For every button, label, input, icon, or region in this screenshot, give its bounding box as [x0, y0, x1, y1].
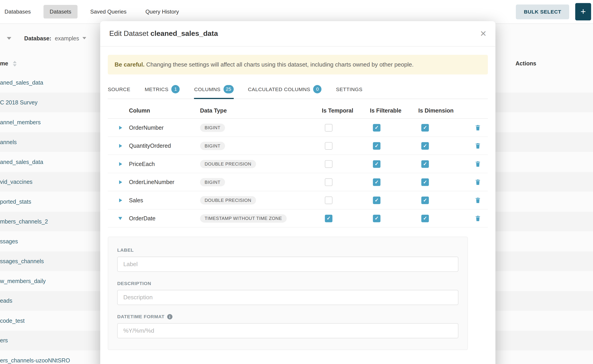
column-name: OrderDate — [129, 215, 200, 221]
label-input[interactable] — [117, 257, 459, 272]
data-type-header: Data Type — [200, 108, 322, 114]
data-type-pill: BIGINT — [200, 142, 225, 150]
tab-columns[interactable]: COLUMNS25 — [194, 80, 234, 99]
database-filter-value[interactable]: examples — [55, 35, 79, 41]
dataset-link[interactable]: ssages_channels — [0, 258, 44, 264]
tab-settings[interactable]: SETTINGS — [336, 80, 362, 99]
is-filterable-checkbox[interactable]: ✓ — [373, 142, 381, 150]
is-dimension-checkbox[interactable]: ✓ — [421, 160, 429, 168]
expand-caret-icon[interactable] — [119, 180, 122, 184]
is-temporal-checkbox[interactable] — [325, 124, 333, 132]
is-filterable-checkbox[interactable]: ✓ — [373, 160, 381, 168]
column-row: PriceEachDOUBLE PRECISION✓✓ — [108, 155, 488, 173]
label-field: LABEL — [117, 248, 459, 272]
info-icon[interactable]: i — [167, 314, 172, 319]
is-filterable-checkbox[interactable]: ✓ — [373, 196, 381, 204]
data-type-pill: DOUBLE PRECISION — [200, 160, 256, 168]
label-field-label: LABEL — [117, 248, 459, 253]
is-dimension-checkbox[interactable]: ✓ — [421, 215, 429, 222]
datetime-format-field: DATETIME FORMAT i — [117, 314, 459, 338]
label-field-label-text: LABEL — [117, 248, 134, 253]
tab-calculated-columns[interactable]: CALCULATED COLUMNS0 — [248, 80, 322, 99]
expand-caret-icon[interactable] — [119, 126, 122, 130]
actions-column-header: Actions — [515, 60, 536, 66]
delete-column-icon[interactable] — [474, 161, 481, 167]
tab-label: SETTINGS — [336, 87, 362, 92]
chevron-down-icon[interactable] — [82, 37, 86, 39]
chevron-down-icon[interactable] — [7, 37, 11, 40]
tab-count-badge: 1 — [171, 85, 180, 94]
dataset-link[interactable]: ported_stats — [0, 198, 31, 205]
dataset-link[interactable]: aned_sales_data — [0, 79, 43, 86]
is-temporal-checkbox[interactable]: ✓ — [325, 215, 333, 222]
sort-icons[interactable] — [13, 61, 17, 66]
is-filterable-header: Is Filterable — [370, 108, 418, 114]
modal-title: Edit Dataset cleaned_sales_data — [109, 30, 218, 38]
dataset-link[interactable]: annel_members — [0, 119, 41, 125]
is-dimension-checkbox[interactable]: ✓ — [421, 178, 429, 186]
expand-caret-icon[interactable] — [119, 198, 122, 202]
is-dimension-checkbox[interactable]: ✓ — [421, 196, 429, 204]
dataset-link[interactable]: ers — [0, 337, 8, 344]
is-filterable-checkbox[interactable]: ✓ — [373, 215, 381, 222]
columns-table-rows: OrderNumberBIGINT✓✓ QuantityOrderedBIGIN… — [108, 119, 488, 228]
tab-metrics[interactable]: METRICS1 — [145, 80, 180, 99]
description-field-label-text: DESCRIPTION — [117, 281, 152, 286]
modal-title-prefix: Edit Dataset — [109, 30, 148, 38]
nav-item-datasets[interactable]: Datasets — [44, 5, 77, 19]
tab-count-badge: 25 — [224, 85, 234, 94]
description-input[interactable] — [117, 290, 459, 305]
dataset-link[interactable]: annels — [0, 139, 17, 145]
tab-source[interactable]: SOURCE — [108, 80, 130, 99]
dataset-link[interactable]: w_members_daily — [0, 278, 46, 284]
datetime-format-field-label: DATETIME FORMAT i — [117, 314, 459, 319]
is-filterable-checkbox[interactable]: ✓ — [373, 178, 381, 186]
column-header: Column — [129, 108, 200, 114]
dataset-link[interactable]: ers_channels-uzooNNtSRO — [0, 357, 70, 363]
delete-column-icon[interactable] — [474, 197, 481, 204]
delete-column-icon[interactable] — [474, 215, 481, 222]
database-filter-label: Database: — [24, 35, 51, 41]
column-row: OrderDateTIMESTAMP WITHOUT TIME ZONE✓✓✓ — [108, 209, 488, 228]
modal-title-dataset-name: cleaned_sales_data — [151, 30, 218, 38]
column-name: OrderNumber — [129, 124, 200, 131]
top-navbar: DatabasesDatasetsSaved QueriesQuery Hist… — [0, 0, 593, 24]
is-filterable-checkbox[interactable]: ✓ — [373, 124, 381, 132]
dataset-link[interactable]: code_test — [0, 317, 25, 324]
warning-text: Changing these settings will affect all … — [146, 61, 414, 68]
is-dimension-checkbox[interactable]: ✓ — [421, 142, 429, 150]
nav-item-databases[interactable]: Databases — [0, 5, 37, 19]
datetime-format-input[interactable] — [117, 323, 459, 338]
expand-caret-icon[interactable] — [119, 162, 122, 166]
add-dataset-button[interactable]: + — [575, 3, 591, 20]
bulk-select-button[interactable]: BULK SELECT — [516, 4, 569, 19]
dataset-link[interactable]: vid_vaccines — [0, 179, 33, 185]
modal-header: Edit Dataset cleaned_sales_data × — [100, 21, 495, 46]
is-dimension-checkbox[interactable]: ✓ — [421, 124, 429, 132]
is-temporal-checkbox[interactable] — [325, 178, 333, 186]
delete-column-icon[interactable] — [474, 143, 481, 149]
is-temporal-checkbox[interactable] — [325, 160, 333, 168]
tab-count-badge: 0 — [313, 85, 322, 94]
dataset-link[interactable]: eads — [0, 298, 13, 304]
expand-caret-icon[interactable] — [119, 144, 122, 148]
delete-column-icon[interactable] — [474, 179, 481, 186]
warning-banner: Be careful. Changing these settings will… — [108, 55, 488, 75]
tab-label: SOURCE — [108, 87, 130, 92]
dataset-link[interactable]: C 2018 Survey — [0, 99, 38, 105]
close-icon[interactable]: × — [480, 28, 486, 39]
dataset-link[interactable]: mbers_channels_2 — [0, 218, 48, 224]
nav-item-query-history[interactable]: Query History — [139, 5, 185, 19]
column-name: Sales — [129, 197, 200, 203]
column-row: OrderLineNumberBIGINT✓✓ — [108, 173, 488, 191]
nav-item-saved-queries[interactable]: Saved Queries — [84, 5, 132, 19]
is-temporal-checkbox[interactable] — [325, 142, 333, 150]
dataset-link[interactable]: ssages — [0, 238, 18, 244]
delete-column-icon[interactable] — [474, 124, 481, 131]
is-temporal-checkbox[interactable] — [325, 196, 333, 204]
collapse-caret-icon[interactable] — [119, 217, 122, 220]
name-column-header[interactable]: me — [0, 60, 8, 66]
description-field-label: DESCRIPTION — [117, 281, 459, 286]
dataset-link[interactable]: aned_sales_data — [0, 159, 43, 165]
modal-tabs: SOURCEMETRICS1COLUMNS25CALCULATED COLUMN… — [108, 80, 488, 99]
